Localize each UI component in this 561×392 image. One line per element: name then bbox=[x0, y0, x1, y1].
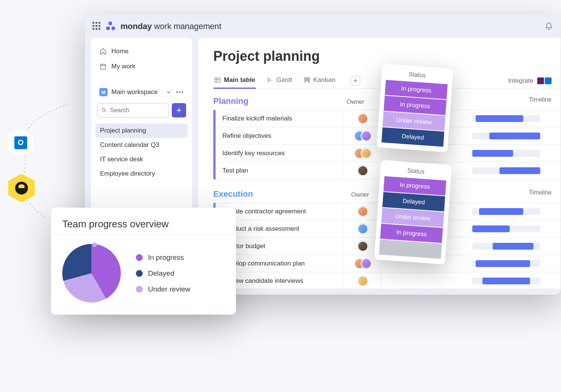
team-progress-title: Team progress overview bbox=[62, 218, 225, 230]
avatar bbox=[358, 206, 368, 217]
page-title: Project planning bbox=[213, 48, 561, 64]
kanban-icon bbox=[304, 77, 310, 83]
legend-item: Delayed bbox=[136, 269, 190, 278]
status-card-2-title: Status bbox=[385, 166, 447, 177]
legend-label: Under review bbox=[148, 285, 190, 293]
legend-label: Delayed bbox=[148, 269, 174, 278]
owner-cell[interactable] bbox=[344, 162, 382, 179]
group-planning-title[interactable]: Planning bbox=[213, 96, 248, 106]
group-execution-title[interactable]: Execution bbox=[213, 189, 253, 199]
mywork-icon bbox=[99, 63, 107, 70]
svg-point-1 bbox=[102, 108, 105, 111]
nav-home-label: Home bbox=[111, 48, 128, 55]
legend-item: Under review bbox=[136, 285, 190, 293]
legend-dot bbox=[136, 254, 143, 261]
table-icon bbox=[214, 77, 221, 83]
svg-rect-3 bbox=[304, 78, 306, 82]
app-switcher-icon[interactable] bbox=[92, 22, 102, 31]
search-input[interactable] bbox=[110, 107, 165, 114]
task-name-cell[interactable]: Refine objectives bbox=[216, 127, 344, 144]
task-name-cell[interactable]: Identify key resources bbox=[216, 145, 344, 162]
legend-label: In progress bbox=[148, 253, 184, 262]
legend-dot bbox=[136, 286, 143, 293]
chevron-down-icon bbox=[166, 89, 172, 95]
workspace-more-icon[interactable] bbox=[176, 91, 184, 93]
board-item-1[interactable]: Content calendar Q3 bbox=[96, 138, 188, 152]
nav-mywork-label: My work bbox=[111, 63, 135, 70]
nav-home[interactable]: Home bbox=[96, 45, 188, 58]
notifications-icon[interactable] bbox=[545, 22, 553, 31]
svg-rect-4 bbox=[306, 78, 308, 81]
avatar bbox=[358, 224, 368, 234]
avatar bbox=[361, 258, 371, 269]
topbar: monday work management bbox=[85, 15, 561, 38]
column-owner-header-2: Owner bbox=[351, 191, 369, 198]
status-card-1: Status In progressIn progressUnder revie… bbox=[376, 64, 453, 153]
svg-rect-2 bbox=[215, 78, 220, 82]
progress-donut-chart bbox=[62, 244, 121, 302]
integrate-icons bbox=[537, 77, 552, 84]
legend-item: In progress bbox=[136, 253, 190, 262]
board-item-0[interactable]: Project planning bbox=[96, 123, 188, 138]
add-board-button[interactable]: + bbox=[172, 103, 186, 117]
integration-connector bbox=[11, 104, 79, 221]
tab-gantt[interactable]: Gantt bbox=[266, 73, 293, 88]
owner-cell[interactable] bbox=[344, 203, 382, 220]
team-progress-card: Team progress overview In progressDelaye… bbox=[51, 208, 236, 315]
status-card-1-title: Status bbox=[386, 69, 448, 80]
tab-kanban[interactable]: Kanban bbox=[303, 73, 336, 88]
avatar bbox=[358, 113, 368, 124]
timeline-cell[interactable] bbox=[382, 272, 561, 289]
workspace-badge: M bbox=[99, 88, 108, 96]
svg-rect-5 bbox=[308, 78, 309, 82]
integrate-button[interactable]: Integrate bbox=[508, 77, 561, 85]
task-name-cell[interactable]: Finalize kickoff materials bbox=[216, 110, 344, 127]
add-view-button[interactable]: + bbox=[350, 76, 360, 86]
brand-title: monday work management bbox=[120, 22, 221, 31]
avatar bbox=[361, 131, 371, 141]
table-row[interactable]: Review candidate interviews bbox=[216, 272, 561, 289]
board-item-3[interactable]: Employee directory bbox=[96, 167, 188, 181]
column-timeline-header: Timeline bbox=[529, 96, 552, 103]
tab-main-table[interactable]: Main table bbox=[213, 73, 256, 88]
search-icon bbox=[101, 107, 107, 114]
owner-cell[interactable] bbox=[344, 272, 382, 289]
workspace-name: Main workspace bbox=[111, 88, 162, 96]
legend-dot bbox=[136, 270, 143, 277]
board-item-2[interactable]: IT service desk bbox=[96, 152, 188, 167]
home-icon bbox=[99, 48, 107, 55]
avatar bbox=[358, 241, 368, 252]
owner-cell[interactable] bbox=[344, 145, 382, 162]
owner-cell[interactable] bbox=[344, 127, 382, 144]
gantt-icon bbox=[267, 77, 273, 83]
progress-legend: In progressDelayedUnder review bbox=[136, 253, 190, 293]
workspace-selector[interactable]: M Main workspace bbox=[96, 86, 188, 99]
avatar bbox=[358, 165, 368, 176]
slack-icon bbox=[537, 77, 544, 84]
owner-cell[interactable] bbox=[344, 110, 382, 127]
avatar bbox=[361, 148, 371, 159]
column-owner-header: Owner bbox=[347, 99, 364, 105]
status-card-2: Status In progressDelayedUnder reviewIn … bbox=[374, 160, 452, 264]
column-timeline-header-2: Timeline bbox=[529, 189, 552, 196]
microsoft-icon bbox=[545, 77, 552, 84]
avatar bbox=[358, 276, 368, 286]
sidebar-search[interactable] bbox=[97, 103, 169, 117]
svg-rect-0 bbox=[100, 64, 105, 69]
task-name-cell[interactable]: Test plan bbox=[216, 162, 344, 179]
logo-icon bbox=[106, 22, 116, 31]
nav-mywork[interactable]: My work bbox=[96, 60, 188, 73]
